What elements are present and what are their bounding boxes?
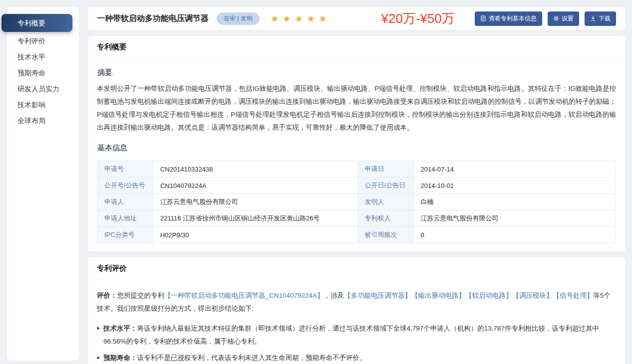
patent-header-bar: 一种带软启动多功能电压调节器 在审 | 发明 ★★★★★ ¥20万-¥50万 查… xyxy=(88,7,625,30)
info-value: H02P9/30 xyxy=(153,227,357,243)
overview-card: 专利概要 摘要 本发明公开了一种带软启动多功能电压调节器，包括IG致能电路、调压… xyxy=(88,36,625,251)
sidebar-item-global-layout[interactable]: 全球布局 xyxy=(7,113,79,129)
evaluation-intro-label: 评价： xyxy=(97,292,117,299)
bullet-label: 技术水平： xyxy=(103,325,137,332)
info-value: 2014-07-14 xyxy=(413,161,616,178)
bullet-text: 将该专利纳入最贴近其技术特征的集群（即技术领域）进行分析，通过与该技术领域下全球… xyxy=(103,325,599,345)
view-basic-info-label: 查看专利基本信息 xyxy=(489,14,537,23)
related-tech-link[interactable]: 【输出驱动电路】 xyxy=(411,292,465,299)
star-icon: ★ xyxy=(295,13,307,24)
table-row: 公开号/公告号CN104079224A公开日/公告日2014-10-01 xyxy=(97,178,616,194)
sidebar-item-rd-staff[interactable]: 研发人员实力 xyxy=(7,81,79,97)
sidebar-item-tech-impact[interactable]: 技术影响 xyxy=(7,97,79,113)
main-content: 一种带软启动多功能电压调节器 在审 | 发明 ★★★★★ ¥20万-¥50万 查… xyxy=(88,7,625,364)
info-value: CN201410332438 xyxy=(153,161,357,178)
evaluation-intro-text: ，涉及 xyxy=(324,292,344,299)
evaluation-card-title: 专利评价 xyxy=(88,257,625,280)
sidebar: 专利概要专利评价技术水平预期寿命研发人员实力技术影响全球布局 xyxy=(7,7,79,361)
related-tech-link[interactable]: 【多功能电压调节器】 xyxy=(344,292,411,299)
table-row: IPC分类号H02P9/30被引用频次0 xyxy=(97,227,616,243)
related-tech-link[interactable]: 【信号处理】 xyxy=(553,292,594,299)
evaluation-bullet-life-expectancy: 预期寿命：该专利不是已授权专利，代表该专利未进入其生命周期，预期寿命不予评价。 xyxy=(97,352,616,364)
abstract-text: 本发明公开了一种带软启动多功能电压调节器，包括IG致能电路、调压模块、输出驱动电… xyxy=(97,82,616,134)
info-value-link[interactable]: 江苏云意电气股份有限公司 xyxy=(413,210,616,227)
info-value: 2014-10-01 xyxy=(413,178,616,194)
info-value: CN104079224A xyxy=(153,178,357,194)
settings-label: 设置 xyxy=(562,14,574,23)
info-label: 公开号/公告号 xyxy=(97,178,153,194)
evaluation-card-body: 评价：您所提交的专利【一种带软启动多功能电压调节器_CN104079224A】，… xyxy=(88,280,625,364)
download-label: 下载 xyxy=(599,14,611,23)
table-row: 申请人地址221116 江苏省徐州市铜山区铜山经济开发区黄山路26号专利权人江苏… xyxy=(97,210,616,227)
sidebar-item-evaluation[interactable]: 专利评价 xyxy=(7,33,79,49)
bullet-text: 该专利不是已授权专利，代表该专利未进入其生命周期，预期寿命不予评价。 xyxy=(137,354,366,362)
evaluation-bullet-tech-level: 技术水平：将该专利纳入最贴近其技术特征的集群（即技术领域）进行分析，通过与该技术… xyxy=(97,322,616,348)
info-value: 0 xyxy=(413,227,616,243)
related-tech-link[interactable]: 【调压模块】 xyxy=(513,292,553,299)
info-value-link[interactable]: 江苏云意电气股份有限公司 xyxy=(153,194,357,210)
document-icon xyxy=(480,15,486,21)
info-label: 发明人 xyxy=(357,194,413,210)
star-icon: ★ xyxy=(283,13,295,24)
evaluation-card: 专利评价 评价：您所提交的专利【一种带软启动多功能电压调节器_CN1040792… xyxy=(88,257,625,364)
info-label: 申请号 xyxy=(97,161,153,178)
star-icon: ★ xyxy=(318,13,330,24)
overview-card-title: 专利概要 xyxy=(88,36,625,59)
download-icon xyxy=(590,15,596,21)
info-label: 专利权人 xyxy=(357,210,413,227)
info-value-link[interactable]: 白楠 xyxy=(413,194,616,210)
overview-card-body: 摘要 本发明公开了一种带软启动多功能电压调节器，包括IG致能电路、调压模块、输出… xyxy=(88,59,625,251)
basic-info-table: 申请号CN201410332438申请日2014-07-14公开号/公告号CN1… xyxy=(97,161,616,243)
info-label: 申请人 xyxy=(97,194,153,210)
view-basic-info-button[interactable]: 查看专利基本信息 xyxy=(475,11,542,26)
info-label: 申请日 xyxy=(357,161,413,178)
sidebar-item-overview[interactable]: 专利概要 xyxy=(1,14,72,32)
evaluation-intro: 评价：您所提交的专利【一种带软启动多功能电压调节器_CN104079224A】，… xyxy=(97,289,616,315)
info-label: 被引用频次 xyxy=(357,227,413,243)
header-actions: 查看专利基本信息 设置 xyxy=(475,11,616,26)
evaluation-bullets: 技术水平：将该专利纳入最贴近其技术特征的集群（即技术领域）进行分析，通过与该技术… xyxy=(97,322,616,364)
patent-title: 一种带软启动多功能电压调节器 xyxy=(97,13,209,24)
gear-icon xyxy=(553,15,559,21)
star-icon: ★ xyxy=(307,13,318,24)
evaluation-intro-text: 您所提交的专利 xyxy=(117,292,165,299)
download-button[interactable]: 下载 xyxy=(585,11,616,26)
info-label: 公开日/公告日 xyxy=(357,178,413,194)
page: 专利概要专利评价技术水平预期寿命研发人员实力技术影响全球布局 一种带软启动多功能… xyxy=(0,0,632,364)
table-row: 申请人江苏云意电气股份有限公司发明人白楠 xyxy=(97,194,616,210)
related-tech-link[interactable]: 【软启动电路】 xyxy=(465,292,513,299)
related-tech-link[interactable]: 【一种带软启动多功能电压调节器_CN104079224A】 xyxy=(164,292,324,299)
bullet-label: 预期寿命： xyxy=(103,354,137,362)
star-icon: ★ xyxy=(271,13,283,24)
sidebar-item-life-expectancy[interactable]: 预期寿命 xyxy=(7,65,79,81)
star-rating: ★★★★★ xyxy=(271,13,330,24)
basic-info-heading: 基本信息 xyxy=(97,143,128,153)
sidebar-item-tech-level[interactable]: 技术水平 xyxy=(7,49,79,65)
price-range: ¥20万-¥50万 xyxy=(381,10,455,27)
settings-button[interactable]: 设置 xyxy=(548,11,579,26)
info-label: 申请人地址 xyxy=(97,210,153,227)
info-value: 221116 江苏省徐州市铜山区铜山经济开发区黄山路26号 xyxy=(153,210,357,227)
status-badge: 在审 | 发明 xyxy=(217,12,260,25)
table-row: 申请号CN201410332438申请日2014-07-14 xyxy=(97,161,616,178)
abstract-heading: 摘要 xyxy=(97,68,113,77)
info-label: IPC分类号 xyxy=(97,227,153,243)
